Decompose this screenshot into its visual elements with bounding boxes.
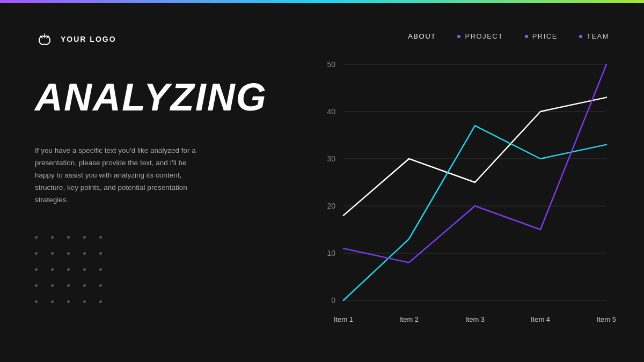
y-label-40: 40	[327, 107, 335, 116]
dot	[99, 268, 102, 271]
line-purple	[343, 64, 606, 263]
nav-dot-team	[579, 35, 582, 38]
nav-item-about[interactable]: ABOUT	[408, 32, 436, 40]
nav-dot-project	[457, 35, 460, 38]
dot	[83, 252, 86, 255]
dot	[99, 300, 102, 303]
nav-label-price: PRICE	[532, 32, 558, 40]
line-white	[343, 98, 606, 216]
dot	[51, 300, 54, 303]
chart-container: 0 10 20 30 40 50 Item 1 Item 2 Item 3 It…	[311, 54, 617, 338]
dot	[51, 268, 54, 271]
dot	[35, 252, 38, 255]
nav-label-about: ABOUT	[408, 32, 436, 40]
body-text: If you have a specific text you'd like a…	[35, 145, 207, 206]
dot	[35, 284, 38, 287]
dot	[67, 284, 70, 287]
dot	[67, 268, 70, 271]
nav-item-price[interactable]: PRICE	[525, 32, 558, 40]
top-gradient-bar	[0, 0, 644, 3]
line-chart: 0 10 20 30 40 50 Item 1 Item 2 Item 3 It…	[311, 54, 617, 338]
y-label-0: 0	[331, 296, 335, 305]
nav-label-project: PROJECT	[465, 32, 503, 40]
page-title: ANALYZING	[35, 75, 267, 119]
x-label-2: Item 2	[399, 315, 419, 323]
x-label-4: Item 4	[531, 315, 550, 323]
dot	[67, 252, 70, 255]
dot	[83, 284, 86, 287]
nav-item-team[interactable]: TEAM	[579, 32, 609, 40]
dots-decoration	[35, 236, 110, 311]
y-label-10: 10	[327, 249, 335, 257]
y-label-30: 30	[327, 154, 335, 163]
y-label-20: 20	[327, 202, 335, 210]
line-cyan	[343, 125, 606, 300]
logo-icon	[35, 29, 54, 49]
dot	[67, 236, 70, 239]
dot	[35, 268, 38, 271]
dot	[51, 284, 54, 287]
dot	[51, 252, 54, 255]
dot	[51, 236, 54, 239]
x-label-1: Item 1	[334, 315, 353, 323]
nav-item-project[interactable]: PROJECT	[457, 32, 503, 40]
nav-dot-price	[525, 35, 528, 38]
nav-label-team: TEAM	[587, 32, 609, 40]
dot	[35, 300, 38, 303]
navigation: ABOUT PROJECT PRICE TEAM	[408, 32, 609, 40]
dot	[35, 236, 38, 239]
dot	[99, 236, 102, 239]
dot	[83, 268, 86, 271]
dot	[99, 252, 102, 255]
logo-text: YOUR LOGO	[61, 35, 116, 43]
logo-area: YOUR LOGO	[35, 29, 116, 49]
x-label-3: Item 3	[465, 315, 485, 323]
x-label-5: Item 5	[597, 315, 616, 323]
dot	[83, 236, 86, 239]
dot	[67, 300, 70, 303]
y-label-50: 50	[327, 60, 335, 69]
dot	[83, 300, 86, 303]
dot	[99, 284, 102, 287]
